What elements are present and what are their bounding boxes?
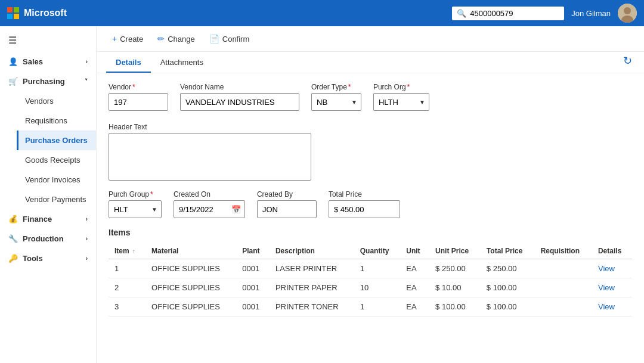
purch-group-field: Purch Group* HLTGRP1 ▼: [109, 190, 162, 218]
chevron-right-icon-finance: ›: [86, 216, 88, 222]
table-cell: OFFICE SUPPLIES: [145, 259, 236, 278]
created-on-date-wrap[interactable]: 📅: [174, 200, 245, 218]
total-price-input[interactable]: [329, 200, 400, 218]
order-type-field: Order Type* NBFOUB ▼: [311, 83, 361, 111]
sidebar-sales-label: Sales: [23, 57, 43, 66]
purch-group-chevron-icon: ▼: [148, 206, 161, 213]
purch-org-field: Purch Org* HLTHUS01 ▼: [373, 83, 429, 111]
table-cell: OFFICE SUPPLIES: [145, 297, 236, 317]
table-cell: 1: [354, 259, 400, 278]
tab-details[interactable]: Details: [106, 52, 151, 73]
refresh-button[interactable]: ↻: [621, 52, 634, 73]
table-cell-details[interactable]: View: [592, 278, 632, 297]
vendor-name-label: Vendor Name: [180, 83, 299, 91]
created-by-label: Created By: [257, 190, 317, 198]
header-text-textarea[interactable]: [109, 133, 311, 181]
cart-icon: 🛒: [8, 77, 18, 86]
sidebar-production-label: Production: [23, 234, 64, 243]
view-link[interactable]: View: [598, 283, 615, 292]
view-link[interactable]: View: [598, 264, 615, 273]
sidebar-item-requisitions[interactable]: Requisitions: [17, 111, 96, 131]
sidebar-item-purchasing[interactable]: 🛒 Purchasing ˅: [0, 72, 96, 91]
items-title: Items: [109, 228, 632, 237]
table-cell: 0001: [236, 297, 270, 317]
microsoft-logo: Microsoft: [7, 7, 67, 19]
calendar-icon[interactable]: 📅: [228, 205, 244, 214]
sidebar-vendors-label: Vendors: [25, 97, 54, 106]
table-cell: 10: [354, 278, 400, 297]
table-cell: $ 10.00: [429, 278, 481, 297]
sidebar-item-purchase-orders[interactable]: Purchase Orders: [17, 131, 96, 150]
sidebar-item-goods-receipts[interactable]: Goods Receipts: [17, 150, 96, 170]
change-button[interactable]: ✏ Change: [151, 31, 201, 46]
created-by-field: Created By: [257, 190, 317, 218]
col-item: Item ↑: [109, 243, 145, 259]
sidebar-purchase-orders-label: Purchase Orders: [25, 136, 88, 145]
vendor-input[interactable]: [109, 93, 168, 111]
table-cell: 3: [109, 297, 145, 317]
sidebar-vendor-payments-label: Vendor Payments: [25, 195, 86, 204]
avatar[interactable]: [618, 4, 637, 23]
purch-group-select[interactable]: HLTGRP1: [109, 202, 148, 217]
create-button[interactable]: + Create: [106, 31, 149, 46]
table-cell: PRINTER TONER: [270, 297, 354, 317]
col-total-price: Total Price: [481, 243, 535, 259]
sidebar-item-production[interactable]: 🔧 Production ›: [0, 229, 96, 249]
table-cell: 1: [354, 297, 400, 317]
order-type-chevron-icon: ▼: [348, 99, 361, 106]
sidebar-item-finance[interactable]: 💰 Finance ›: [0, 209, 96, 229]
table-cell-details[interactable]: View: [592, 259, 632, 278]
toolbar: + Create ✏ Change 📄 Confirm: [97, 26, 644, 52]
hamburger-button[interactable]: ☰: [0, 29, 96, 52]
sidebar-item-tools[interactable]: 🔑 Tools ›: [0, 249, 96, 268]
vendor-name-input[interactable]: [180, 93, 299, 111]
table-cell: [535, 278, 592, 297]
main-layout: ☰ 👤 Sales › 🛒 Purchasing ˅ Vendors Requi…: [0, 26, 644, 363]
svg-point-1: [624, 7, 631, 14]
table-header-row: Item ↑ Material Plant Description Quanti…: [109, 243, 632, 259]
table-cell-details[interactable]: View: [592, 297, 632, 317]
purch-org-select-wrap[interactable]: HLTHUS01 ▼: [373, 93, 429, 111]
plus-icon: +: [112, 34, 117, 44]
purch-org-select[interactable]: HLTHUS01: [374, 95, 416, 110]
chevron-right-icon-tools: ›: [86, 255, 88, 262]
table-cell: $ 100.00: [481, 297, 535, 317]
user-icon: 👤: [8, 57, 18, 66]
chevron-right-icon-production: ›: [86, 235, 88, 242]
sidebar-purchasing-label: Purchasing: [23, 77, 65, 86]
confirm-label: Confirm: [222, 35, 250, 44]
created-on-field: Created On 📅: [174, 190, 245, 218]
table-cell: [535, 259, 592, 278]
sidebar-item-sales[interactable]: 👤 Sales ›: [0, 52, 96, 72]
content-area: + Create ✏ Change 📄 Confirm Details Atta…: [97, 26, 644, 363]
purch-org-chevron-icon: ▼: [416, 99, 429, 106]
table-row: 2OFFICE SUPPLIES0001PRINTER PAPER10EA$ 1…: [109, 278, 632, 297]
pencil-icon: ✏: [157, 34, 165, 44]
tab-attachments[interactable]: Attachments: [151, 52, 213, 73]
order-type-select[interactable]: NBFOUB: [312, 95, 348, 110]
table-cell: $ 100.00: [481, 278, 535, 297]
created-by-input[interactable]: [257, 200, 317, 218]
table-cell: OFFICE SUPPLIES: [145, 278, 236, 297]
search-input[interactable]: [470, 9, 559, 18]
items-section: Items Item ↑ Material Plant Description …: [109, 228, 632, 317]
table-cell: EA: [400, 278, 429, 297]
items-table: Item ↑ Material Plant Description Quanti…: [109, 243, 632, 317]
confirm-button[interactable]: 📄 Confirm: [203, 31, 256, 46]
app-title: Microsoft: [24, 8, 67, 18]
chevron-down-icon: ˅: [85, 78, 88, 85]
sort-icon[interactable]: ↑: [132, 248, 135, 255]
created-on-input[interactable]: [174, 202, 228, 217]
top-navigation: Microsoft 🔍 Jon Gilman: [0, 0, 644, 26]
sidebar-item-vendors[interactable]: Vendors: [17, 91, 96, 111]
sidebar-item-vendor-invoices[interactable]: Vendor Invoices: [17, 170, 96, 190]
global-search[interactable]: 🔍: [452, 7, 564, 20]
order-type-label: Order Type*: [311, 83, 361, 91]
order-type-select-wrap[interactable]: NBFOUB ▼: [311, 93, 361, 111]
sidebar-item-vendor-payments[interactable]: Vendor Payments: [17, 190, 96, 209]
header-text-field: Header Text: [109, 123, 311, 181]
top-nav-right: 🔍 Jon Gilman: [452, 4, 637, 23]
view-link[interactable]: View: [598, 302, 615, 311]
purch-group-select-wrap[interactable]: HLTGRP1 ▼: [109, 200, 162, 218]
col-unit: Unit: [400, 243, 429, 259]
